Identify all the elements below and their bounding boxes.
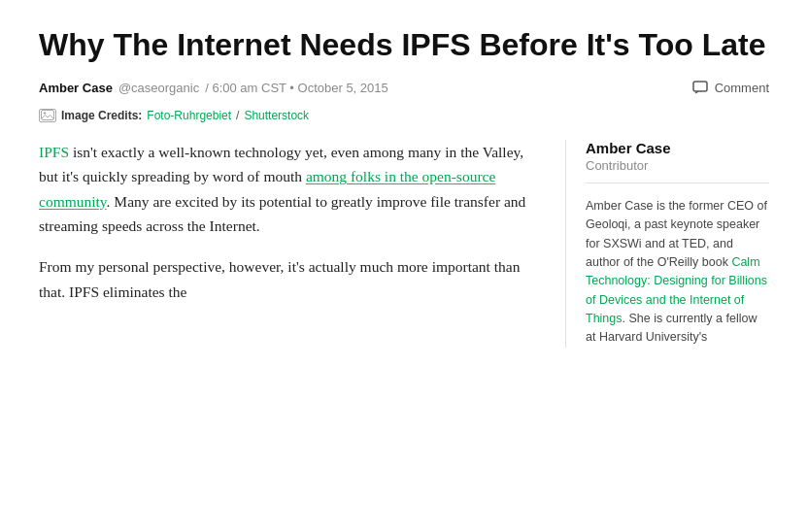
sidebar-bio: Amber Case is the former CEO of Geoloqi,… [586,197,769,348]
svg-rect-1 [42,111,54,120]
sidebar-divider [586,183,769,183]
sidebar-author-name: Amber Case [586,140,769,156]
paragraph-2: From my personal perspective, however, i… [39,254,536,304]
content-area: IPFS isn't exactly a well-known technolo… [39,140,769,348]
image-icon [39,109,56,122]
byline-left: Amber Case @caseorganic / 6:00 am CST • … [39,81,388,95]
author-name: Amber Case [39,81,113,95]
comment-button[interactable]: Comment [692,81,769,95]
article-page: Why The Internet Needs IPFS Before It's … [0,0,808,367]
publish-date: / 6:00 am CST • October 5, 2015 [205,81,388,95]
author-handle: @caseorganic [118,81,199,95]
sidebar-role: Contributor [586,158,769,173]
image-credits-label: Image Credits: [61,109,142,122]
sidebar: Amber Case Contributor Amber Case is the… [565,140,769,348]
credit-link-1[interactable]: Foto-Ruhrgebiet [147,109,231,122]
credit-link-2[interactable]: Shutterstock [244,109,309,122]
comment-icon [692,81,710,95]
byline: Amber Case @caseorganic / 6:00 am CST • … [39,81,769,95]
comment-label: Comment [715,81,769,95]
image-credits: Image Credits: Foto-Ruhrgebiet / Shutter… [39,109,769,122]
paragraph-1: IPFS isn't exactly a well-known technolo… [39,140,536,239]
svg-rect-0 [693,82,707,91]
paragraph-1-end: . Many are excited by its potential to g… [39,193,525,235]
ipfs-link[interactable]: IPFS [39,144,69,160]
svg-point-2 [44,113,46,115]
article-title: Why The Internet Needs IPFS Before It's … [39,27,769,63]
credit-separator: / [236,109,239,122]
main-text: IPFS isn't exactly a well-known technolo… [39,140,536,348]
